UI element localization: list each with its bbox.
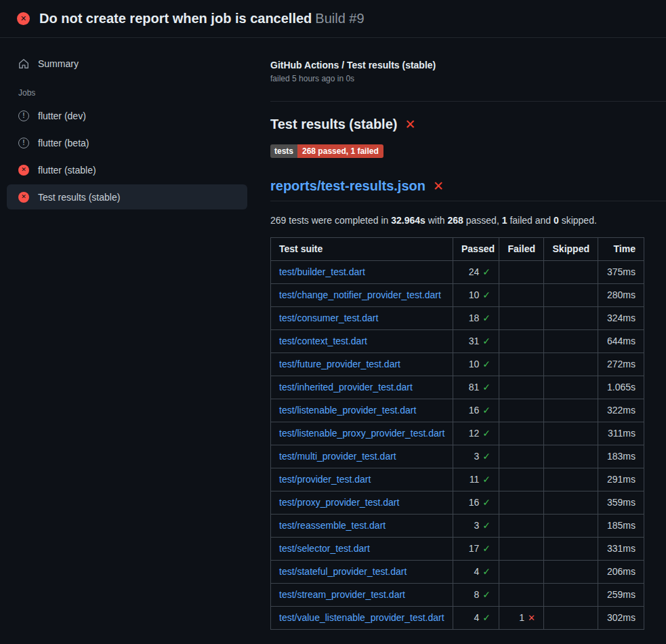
test-suite-link[interactable]: test/listenable_proxy_provider_test.dart (279, 428, 444, 439)
check-icon: ✓ (482, 543, 491, 554)
test-suite-link[interactable]: test/selector_test.dart (279, 543, 370, 554)
skipped-cell (544, 422, 598, 445)
test-suite-link[interactable]: test/listenable_provider_test.dart (279, 405, 416, 416)
passed-cell: 18✓ (453, 307, 499, 330)
summary-text: with (425, 215, 448, 226)
check-icon: ✓ (482, 428, 491, 439)
check-icon: ✓ (482, 474, 491, 485)
page-header: ✕ Do not create report when job is cance… (0, 0, 666, 38)
failed-cell (499, 538, 544, 561)
section-heading-text: Test results (stable) (270, 117, 397, 132)
suite-cell: test/future_provider_test.dart (271, 353, 453, 376)
summary-skipped-count: 0 (554, 215, 559, 226)
test-suite-link[interactable]: test/multi_provider_test.dart (279, 451, 396, 462)
passed-count: 17 (469, 543, 480, 554)
passed-cell: 4✓ (453, 561, 499, 584)
check-icon: ✓ (482, 566, 491, 577)
suite-cell: test/builder_test.dart (271, 261, 453, 284)
section-heading: Test results (stable) ✕ (270, 117, 666, 132)
time-cell: 322ms (598, 399, 644, 422)
time-cell: 331ms (598, 538, 644, 561)
suite-cell: test/selector_test.dart (271, 538, 453, 561)
column-header: Failed (499, 238, 544, 261)
failed-cell (499, 584, 544, 607)
failed-cell (499, 307, 544, 330)
home-icon (18, 58, 29, 69)
test-suite-link[interactable]: test/future_provider_test.dart (279, 359, 400, 369)
table-row: test/context_test.dart31✓644ms (271, 330, 644, 353)
skipped-cell (544, 607, 598, 630)
failed-cell (499, 284, 544, 307)
x-circle-icon: ✕ (17, 12, 30, 25)
table-row: test/proxy_provider_test.dart16✓359ms (271, 491, 644, 515)
sidebar-job-test-results-stable[interactable]: ✕Test results (stable) (7, 184, 247, 209)
table-body: test/builder_test.dart24✓375mstest/chang… (271, 261, 644, 630)
jobs-list: !flutter (dev)!flutter (beta)✕flutter (s… (7, 103, 247, 209)
report-heading: reports/test-results.json ✕ (270, 178, 666, 201)
build-number: Build #9 (315, 11, 364, 26)
job-label: flutter (beta) (38, 138, 89, 148)
test-suite-link[interactable]: test/provider_test.dart (279, 474, 371, 485)
sidebar-job-flutter-stable[interactable]: ✕flutter (stable) (7, 157, 247, 182)
skipped-cell (544, 376, 598, 399)
x-icon: ✕ (528, 613, 535, 623)
test-suite-link[interactable]: test/inherited_provider_test.dart (279, 382, 413, 393)
run-title-text: Do not create report when job is cancell… (39, 11, 312, 26)
time-cell: 185ms (598, 515, 644, 538)
test-suite-link[interactable]: test/stream_provider_test.dart (279, 589, 405, 600)
sidebar-item-summary[interactable]: Summary (7, 51, 247, 76)
suite-cell: test/value_listenable_provider_test.dart (271, 607, 453, 630)
skipped-cell (544, 515, 598, 538)
passed-cell: 8✓ (453, 584, 499, 607)
test-suite-link[interactable]: test/reassemble_test.dart (279, 520, 386, 531)
x-circle-icon: ✕ (18, 165, 29, 176)
test-suite-link[interactable]: test/proxy_provider_test.dart (279, 497, 399, 508)
time-cell: 280ms (598, 284, 644, 307)
table-row: test/stateful_provider_test.dart4✓206ms (271, 561, 644, 584)
table-row: test/consumer_test.dart18✓324ms (271, 307, 644, 330)
skipped-cell (544, 561, 598, 584)
time-cell: 359ms (598, 491, 644, 515)
failed-cell (499, 491, 544, 515)
summary-text: skipped. (559, 215, 597, 226)
report-file-link[interactable]: reports/test-results.json (270, 178, 425, 194)
suite-cell: test/stateful_provider_test.dart (271, 561, 453, 584)
job-label: flutter (stable) (38, 165, 96, 176)
divider (270, 101, 666, 102)
run-status-line: failed 5 hours ago in 0s (270, 74, 666, 83)
suite-cell: test/listenable_proxy_provider_test.dart (271, 422, 453, 445)
skipped-cell (544, 445, 598, 468)
failed-cell (499, 468, 544, 491)
skipped-cell (544, 491, 598, 515)
alert-circle-icon: ! (18, 138, 29, 148)
check-icon: ✓ (482, 266, 491, 277)
summary-failed-count: 1 (502, 215, 507, 226)
skipped-cell (544, 538, 598, 561)
time-cell: 183ms (598, 445, 644, 468)
test-suite-link[interactable]: test/change_notifier_provider_test.dart (279, 289, 441, 300)
x-icon: ✕ (404, 118, 415, 131)
time-cell: 302ms (598, 607, 644, 630)
passed-cell: 10✓ (453, 353, 499, 376)
passed-count: 8 (474, 589, 479, 600)
time-cell: 311ms (598, 422, 644, 445)
passed-count: 10 (469, 289, 480, 300)
table-row: test/builder_test.dart24✓375ms (271, 261, 644, 284)
passed-cell: 3✓ (453, 515, 499, 538)
test-suite-link[interactable]: test/builder_test.dart (279, 266, 365, 277)
sidebar-job-flutter-dev[interactable]: !flutter (dev) (7, 103, 247, 128)
suite-cell: test/multi_provider_test.dart (271, 445, 453, 468)
time-cell: 644ms (598, 330, 644, 353)
summary-line: 269 tests were completed in 32.964s with… (270, 215, 666, 226)
test-suite-link[interactable]: test/stateful_provider_test.dart (279, 566, 407, 577)
test-suite-link[interactable]: test/consumer_test.dart (279, 313, 378, 323)
badge-label: tests (270, 144, 297, 158)
test-suite-link[interactable]: test/value_listenable_provider_test.dart (279, 612, 444, 623)
suite-cell: test/change_notifier_provider_test.dart (271, 284, 453, 307)
summary-passed-count: 268 (448, 215, 463, 226)
table-row: test/listenable_provider_test.dart16✓322… (271, 399, 644, 422)
sidebar-job-flutter-beta[interactable]: !flutter (beta) (7, 130, 247, 155)
table-row: test/reassemble_test.dart3✓185ms (271, 515, 644, 538)
failed-cell (499, 261, 544, 284)
test-suite-link[interactable]: test/context_test.dart (279, 336, 367, 346)
